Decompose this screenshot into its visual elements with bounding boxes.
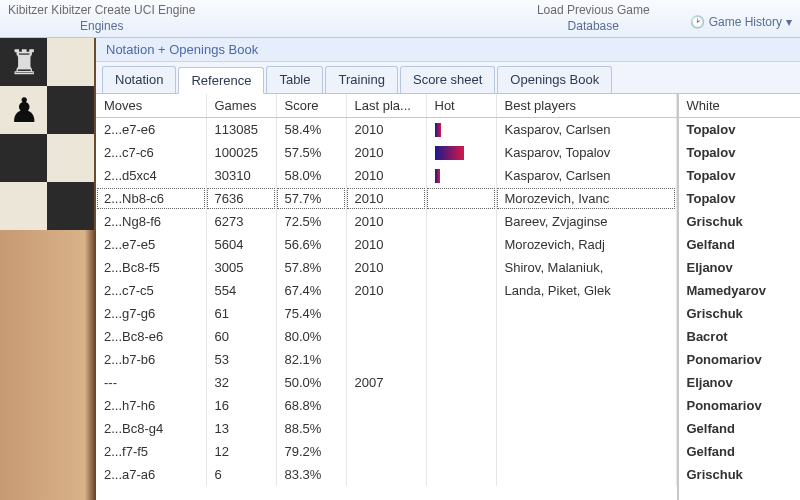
white-player-row[interactable]: Grischuk bbox=[679, 210, 801, 233]
white-player-row[interactable]: Ponomariov bbox=[679, 348, 801, 371]
game-history-button[interactable]: 🕑 Game History ▾ bbox=[690, 15, 792, 37]
board-square[interactable]: ♟ bbox=[0, 86, 47, 134]
cell: 75.4% bbox=[276, 302, 346, 325]
white-player-row[interactable]: Eljanov bbox=[679, 256, 801, 279]
column-header-games[interactable]: Games bbox=[206, 94, 276, 118]
white-player-row[interactable]: Bacrot bbox=[679, 325, 801, 348]
cell bbox=[346, 394, 426, 417]
cell: 56.6% bbox=[276, 233, 346, 256]
column-header-hot[interactable]: Hot bbox=[426, 94, 496, 118]
cell bbox=[426, 164, 496, 187]
cell bbox=[496, 302, 676, 325]
white-column-header[interactable]: White bbox=[679, 94, 801, 118]
cell: Kasparov, Topalov bbox=[496, 141, 676, 164]
column-header-best-players[interactable]: Best players bbox=[496, 94, 676, 118]
ribbon-database-items[interactable]: Load Previous Game bbox=[537, 3, 650, 17]
table-row[interactable]: 2...Bc8-g41388.5% bbox=[96, 417, 676, 440]
cell bbox=[426, 394, 496, 417]
ribbon-engines-label: Engines bbox=[8, 17, 195, 37]
cell: 61 bbox=[206, 302, 276, 325]
white-player-row[interactable]: Grischuk bbox=[679, 463, 801, 486]
hot-bar bbox=[435, 146, 464, 160]
cell: 2010 bbox=[346, 256, 426, 279]
table-row[interactable]: 2...Bc8-e66080.0% bbox=[96, 325, 676, 348]
white-player-row[interactable]: Gelfand bbox=[679, 440, 801, 463]
board-square[interactable]: ♜ bbox=[0, 38, 47, 86]
cell: --- bbox=[96, 371, 206, 394]
cell bbox=[346, 440, 426, 463]
cell: 2...f7-f5 bbox=[96, 440, 206, 463]
cell bbox=[426, 141, 496, 164]
white-player-row[interactable]: Grischuk bbox=[679, 302, 801, 325]
cell bbox=[426, 187, 496, 210]
white-player-row[interactable]: Mamedyarov bbox=[679, 279, 801, 302]
cell: 30310 bbox=[206, 164, 276, 187]
cell: Kasparov, Carlsen bbox=[496, 164, 676, 187]
cell: Landa, Piket, Glek bbox=[496, 279, 676, 302]
cell: 2...h7-h6 bbox=[96, 394, 206, 417]
column-header-score[interactable]: Score bbox=[276, 94, 346, 118]
table-row[interactable]: 2...c7-c610002557.5%2010Kasparov, Topalo… bbox=[96, 141, 676, 164]
tab-training[interactable]: Training bbox=[325, 66, 397, 93]
white-player-row[interactable]: Topalov bbox=[679, 164, 801, 187]
cell bbox=[426, 371, 496, 394]
cell bbox=[346, 463, 426, 486]
cell bbox=[426, 463, 496, 486]
tab-table[interactable]: Table bbox=[266, 66, 323, 93]
table-row[interactable]: 2...c7-c555467.4%2010Landa, Piket, Glek bbox=[96, 279, 676, 302]
cell: 16 bbox=[206, 394, 276, 417]
table-row[interactable]: 2...Bc8-f5300557.8%2010Shirov, Malaniuk, bbox=[96, 256, 676, 279]
table-row[interactable]: ---3250.0%2007 bbox=[96, 371, 676, 394]
white-player-row[interactable]: Eljanov bbox=[679, 371, 801, 394]
cell: 2...Nb8-c6 bbox=[96, 187, 206, 210]
white-player-row[interactable]: Gelfand bbox=[679, 233, 801, 256]
white-player-row[interactable]: Topalov bbox=[679, 187, 801, 210]
cell: Shirov, Malaniuk, bbox=[496, 256, 676, 279]
tab-score-sheet[interactable]: Score sheet bbox=[400, 66, 495, 93]
reference-table-container: MovesGamesScoreLast pla...HotBest player… bbox=[96, 94, 678, 500]
table-row[interactable]: 2...Ng8-f6627372.5%2010Bareev, Zvjaginse bbox=[96, 210, 676, 233]
white-players-column: White TopalovTopalovTopalovTopalovGrisch… bbox=[678, 94, 801, 500]
cell: 82.1% bbox=[276, 348, 346, 371]
table-row[interactable]: 2...g7-g66175.4% bbox=[96, 302, 676, 325]
white-player-row[interactable]: Topalov bbox=[679, 141, 801, 164]
ribbon-engines-items[interactable]: Kibitzer Kibitzer Create UCI Engine bbox=[8, 3, 195, 17]
cell: 2010 bbox=[346, 279, 426, 302]
white-player-row[interactable]: Ponomariov bbox=[679, 394, 801, 417]
board-square[interactable] bbox=[0, 182, 47, 230]
tab-notation[interactable]: Notation bbox=[102, 66, 176, 93]
column-header-moves[interactable]: Moves bbox=[96, 94, 206, 118]
ribbon-group-engines: Kibitzer Kibitzer Create UCI Engine Engi… bbox=[8, 3, 195, 37]
table-row[interactable]: 2...e7-e5560456.6%2010Morozevich, Radj bbox=[96, 233, 676, 256]
board-square[interactable] bbox=[47, 182, 94, 230]
table-row[interactable]: 2...h7-h61668.8% bbox=[96, 394, 676, 417]
cell: 67.4% bbox=[276, 279, 346, 302]
tab-openings-book[interactable]: Openings Book bbox=[497, 66, 612, 93]
ribbon-group-database: Load Previous Game Database bbox=[537, 3, 650, 37]
board-square[interactable] bbox=[0, 134, 47, 182]
table-row[interactable]: 2...b7-b65382.1% bbox=[96, 348, 676, 371]
cell: 72.5% bbox=[276, 210, 346, 233]
board-square[interactable] bbox=[47, 134, 94, 182]
board-square[interactable] bbox=[47, 86, 94, 134]
column-header-last-pla-[interactable]: Last pla... bbox=[346, 94, 426, 118]
cell: 5604 bbox=[206, 233, 276, 256]
table-row[interactable]: 2...d5xc43031058.0%2010Kasparov, Carlsen bbox=[96, 164, 676, 187]
table-row[interactable]: 2...a7-a6683.3% bbox=[96, 463, 676, 486]
cell: 79.2% bbox=[276, 440, 346, 463]
cell: Morozevich, Radj bbox=[496, 233, 676, 256]
cell bbox=[426, 440, 496, 463]
cell: 88.5% bbox=[276, 417, 346, 440]
table-row[interactable]: 2...e7-e611308558.4%2010Kasparov, Carlse… bbox=[96, 118, 676, 142]
cell: 113085 bbox=[206, 118, 276, 142]
tab-reference[interactable]: Reference bbox=[178, 67, 264, 94]
white-player-row[interactable]: Gelfand bbox=[679, 417, 801, 440]
ribbon-database-label: Database bbox=[537, 17, 650, 37]
board-square[interactable] bbox=[47, 38, 94, 86]
cell: 2...a7-a6 bbox=[96, 463, 206, 486]
table-row[interactable]: 2...Nb8-c6763657.7%2010Morozevich, Ivanc bbox=[96, 187, 676, 210]
cell: Bareev, Zvjaginse bbox=[496, 210, 676, 233]
white-player-row[interactable]: Topalov bbox=[679, 118, 801, 141]
table-row[interactable]: 2...f7-f51279.2% bbox=[96, 440, 676, 463]
cell: 2010 bbox=[346, 187, 426, 210]
